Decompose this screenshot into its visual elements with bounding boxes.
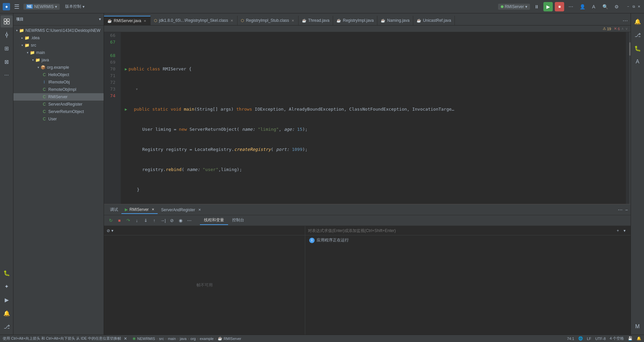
run-button[interactable]: ▶ bbox=[543, 2, 553, 11]
git-right-icon[interactable]: ⎇ bbox=[632, 29, 644, 41]
project-tree-icon[interactable] bbox=[1, 15, 13, 27]
tree-root[interactable]: ▾ 📁 NEWRMIS C:\Users\14341\Desktop\NEW bbox=[13, 27, 104, 34]
stop-button[interactable]: ■ bbox=[555, 2, 564, 11]
force-step-into-button[interactable]: ⇓ bbox=[142, 217, 150, 225]
step-into-button[interactable]: ↓ bbox=[133, 217, 141, 225]
tree-java[interactable]: ▾ 📁 java bbox=[13, 56, 104, 64]
status-charset: 🌐 bbox=[578, 336, 583, 341]
editor-scrollbar[interactable] bbox=[626, 32, 631, 204]
tab-registryimpl-skel-close[interactable]: ✕ bbox=[230, 18, 234, 23]
menu-button[interactable]: ☰ bbox=[13, 2, 21, 12]
debug-tab-serverandregister-close[interactable]: ✕ bbox=[198, 208, 201, 212]
translate-button[interactable]: A bbox=[589, 2, 598, 11]
debug-tab-serverandregister[interactable]: ServerAndRegister ✕ bbox=[158, 206, 204, 214]
settings-button[interactable]: ⚙ bbox=[612, 2, 621, 11]
expand-expr-button[interactable]: ▾ bbox=[621, 227, 628, 234]
java-file-icon: ☕ bbox=[417, 18, 421, 23]
tab-thread[interactable]: ☕ Thread.java bbox=[299, 16, 333, 25]
search-button[interactable]: 🔍 bbox=[600, 2, 610, 11]
tree-remoteobjimpl[interactable]: C RemoteObjImpl bbox=[13, 86, 104, 93]
breadcrumb-src[interactable]: src bbox=[159, 337, 164, 341]
tab-registryimpl-skel[interactable]: ⬡ jdk1.8.0_65\...\RegistryImpl_Skel.clas… bbox=[151, 16, 237, 25]
tree-user[interactable]: C User bbox=[13, 115, 104, 123]
breadcrumb-project[interactable]: NEWRMIS bbox=[137, 337, 155, 341]
stop-debug-button[interactable]: ■ bbox=[115, 217, 123, 225]
expand-warnings[interactable]: ∨ bbox=[625, 26, 628, 31]
evaluate-button[interactable]: ⊘ bbox=[168, 217, 176, 225]
breadcrumb-java[interactable]: java bbox=[180, 337, 186, 341]
status-position[interactable]: 74:1 bbox=[567, 337, 574, 341]
debug-tab-rmiserver-close[interactable]: ✕ bbox=[152, 208, 154, 211]
tab-naming[interactable]: ☕ Naming.java bbox=[377, 16, 413, 25]
tab-unicastref[interactable]: ☕ UnicastRef.java bbox=[413, 16, 455, 25]
tab-registryimpl-stub-close[interactable]: ✕ bbox=[291, 18, 295, 23]
notifications-right-icon[interactable]: 🔔 bbox=[632, 15, 644, 27]
tree-serverandregister[interactable]: C ServerAndRegister bbox=[13, 101, 104, 108]
run-config[interactable]: RMIServer ▾ bbox=[498, 4, 530, 10]
profile-button[interactable]: 👤 bbox=[578, 2, 587, 11]
status-line-ending[interactable]: LF bbox=[587, 337, 591, 341]
git-icon[interactable]: ⎇ bbox=[1, 321, 13, 333]
tree-orgexample[interactable]: ▾ 📦 org.example bbox=[13, 64, 104, 71]
tab-rmiserver-close[interactable]: ✕ bbox=[143, 18, 147, 23]
font-right-icon[interactable]: M bbox=[632, 321, 644, 333]
debug-subtab-console[interactable]: 控制台 bbox=[228, 216, 248, 225]
breadcrumb-file[interactable]: RMIServer bbox=[224, 337, 241, 341]
status-indent[interactable]: 4 个空格 bbox=[610, 336, 624, 341]
breadcrumb-main[interactable]: main bbox=[168, 337, 176, 341]
tab-registryimpl[interactable]: ☕ RegistryImpl.java bbox=[333, 16, 377, 25]
run-line-icon[interactable]: ▶ bbox=[125, 66, 127, 72]
tree-src[interactable]: ▾ 📁 src bbox=[13, 42, 104, 49]
status-hint-close[interactable]: ✕ bbox=[124, 336, 127, 341]
commit-icon[interactable] bbox=[1, 29, 13, 41]
chevron-down-icon: ▾ bbox=[99, 17, 101, 21]
run-to-cursor-button[interactable]: →| bbox=[159, 217, 167, 225]
step-out-button[interactable]: ↑ bbox=[150, 217, 158, 225]
vcs-button[interactable]: 版本控制 ▾ bbox=[62, 3, 87, 10]
breadcrumb-org[interactable]: org bbox=[191, 337, 196, 341]
window-controls: − ⧉ ✕ bbox=[626, 4, 641, 9]
more-button[interactable]: ⋯ bbox=[566, 2, 576, 11]
debug-tab-rmiserver[interactable]: ▶ RMIServer ✕ bbox=[121, 206, 158, 214]
tree-main[interactable]: ▾ 📁 main bbox=[13, 49, 104, 56]
structure-icon[interactable]: ⊞ bbox=[1, 42, 13, 54]
close-window-button[interactable]: ✕ bbox=[637, 4, 641, 9]
debug-icon[interactable]: 🐛 bbox=[1, 267, 13, 279]
pause-run-button[interactable]: ⏸ bbox=[532, 2, 541, 11]
tab-more-button[interactable]: ⋯ bbox=[620, 16, 631, 25]
translate-right-icon[interactable]: A bbox=[632, 56, 644, 68]
restore-window-button[interactable]: ⧉ bbox=[631, 4, 636, 9]
add-watch-button[interactable]: + bbox=[614, 227, 621, 234]
more-tools-icon[interactable]: ··· bbox=[1, 69, 13, 81]
step-over-button[interactable]: ↷ bbox=[124, 217, 132, 225]
tree-helloobject[interactable]: C HelloObject bbox=[13, 71, 104, 78]
todo-icon[interactable]: ✦ bbox=[1, 280, 13, 292]
resume-button[interactable]: ↻ bbox=[107, 217, 115, 225]
project-badge[interactable]: NE NEWRMIS ▾ bbox=[23, 4, 60, 10]
tab-rmiserver[interactable]: ☕ RMIServer.java ✕ bbox=[104, 16, 151, 25]
breadcrumb-example[interactable]: example bbox=[200, 337, 214, 341]
run-line-icon[interactable]: ▶ bbox=[125, 106, 127, 113]
notifications-icon[interactable]: 🔔 bbox=[1, 307, 13, 319]
run-icon-side[interactable]: ▶ bbox=[1, 294, 13, 306]
debug-minimize-button[interactable]: − bbox=[625, 207, 628, 213]
tree-iremoteobj[interactable]: I IRemoteObj bbox=[13, 78, 104, 86]
debug-right-icon[interactable]: 🐛 bbox=[632, 42, 644, 54]
more-debug-button[interactable]: ⋯ bbox=[185, 217, 193, 225]
tab-registryimpl-stub[interactable]: ⬡ RegistryImpl_Stub.class ✕ bbox=[237, 16, 299, 25]
tree-rmiserver[interactable]: C RMIServer bbox=[13, 93, 104, 101]
debug-subtab-threads[interactable]: 线程和变量 bbox=[200, 216, 228, 225]
bookmarks-icon[interactable]: ⊠ bbox=[1, 56, 13, 68]
watch-button[interactable]: ◉ bbox=[176, 217, 184, 225]
collapse-warnings[interactable]: ∧ bbox=[621, 26, 624, 31]
minimize-window-button[interactable]: − bbox=[626, 4, 631, 9]
code-content[interactable]: ▶ public class RMIServer { ▾ ▶ public bbox=[121, 32, 626, 204]
tab-naming-label: Naming.java bbox=[387, 18, 410, 23]
tab-bar: ☕ RMIServer.java ✕ ⬡ jdk1.8.0_65\...\Reg… bbox=[104, 13, 631, 25]
tree-serverreturnobject[interactable]: C ServerReturnObject bbox=[13, 108, 104, 115]
tree-idea[interactable]: ▸ 📁 .idea bbox=[13, 34, 104, 42]
expression-input[interactable] bbox=[308, 228, 614, 233]
status-encoding[interactable]: UTF-8 bbox=[595, 337, 606, 341]
debug-more-button[interactable]: ⋯ bbox=[618, 207, 623, 213]
debug-tab-debug[interactable]: 调试 bbox=[107, 206, 121, 214]
